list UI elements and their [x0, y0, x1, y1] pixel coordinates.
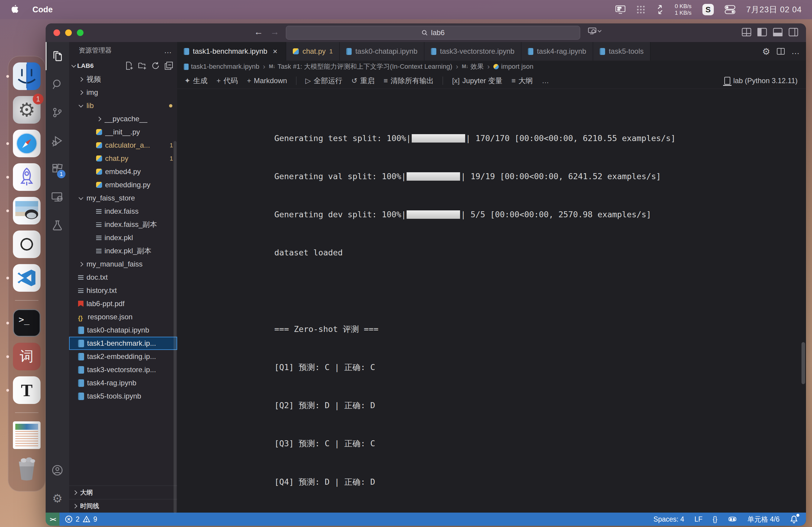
activity-account[interactable] [46, 456, 69, 484]
dock-item-vscode[interactable] [13, 264, 41, 292]
close-window-button[interactable] [54, 29, 60, 36]
tree-item[interactable]: 视频 [69, 73, 177, 86]
dock-item-terminal[interactable]: >_ [13, 309, 41, 337]
tree-item[interactable]: task4-rag.ipynb [69, 376, 177, 390]
sidebar-more-actions[interactable]: … [164, 46, 172, 55]
navigate-forward-button[interactable]: → [270, 27, 279, 37]
cell-indicator[interactable]: 单元格 4/6 [748, 515, 780, 524]
toolbar-button[interactable]: ✦ 生成 [184, 76, 207, 86]
tree-item[interactable]: lib [69, 99, 177, 112]
toolbar-button[interactable]: ▷ 全部运行 [305, 76, 342, 86]
toggle-panel-icon[interactable] [773, 28, 783, 36]
problems-status[interactable]: 2 9 [59, 515, 97, 523]
control-center-icon[interactable] [725, 5, 736, 14]
kernel-picker[interactable]: lab (Python 3.12.11) [724, 77, 806, 85]
apple-logo-icon[interactable] [10, 4, 19, 15]
tree-item[interactable]: task0-chatapi.ipynb [69, 323, 177, 337]
tree-item[interactable]: history.txt [69, 284, 177, 297]
split-editor-icon[interactable] [777, 48, 785, 55]
collapse-all-icon[interactable] [164, 61, 173, 70]
breadcrumb-item[interactable]: task1-benchmark.ipynb [184, 62, 265, 71]
dock-item-dictionary[interactable]: 词 [13, 343, 41, 370]
customize-layout-icon[interactable] [742, 28, 751, 36]
dock-item-rocket-app[interactable] [13, 163, 41, 191]
tree-item[interactable]: index.faiss [69, 205, 177, 218]
toolbar-button[interactable]: … [542, 77, 552, 85]
toolbar-button[interactable]: [x] Jupyter 变量 [452, 76, 503, 86]
editor-tab[interactable]: task1-benchmark.ipynb [177, 42, 286, 61]
dock-item-safari[interactable] [13, 130, 41, 157]
tree-item[interactable]: task2-embedding.ip... [69, 350, 177, 363]
screen-mirroring-icon[interactable] [615, 5, 625, 14]
toolbar-button[interactable]: + Markdown [247, 77, 287, 85]
indentation-status[interactable]: Spaces: 4 [653, 515, 684, 523]
toggle-secondary-sidebar-icon[interactable] [788, 28, 798, 36]
dock-item-chatgpt[interactable] [13, 230, 41, 258]
notifications-bell[interactable] [790, 515, 798, 523]
tree-item[interactable]: __init__.py [69, 125, 177, 139]
tree-item[interactable]: __pycache__ [69, 112, 177, 125]
remote-indicator-icon[interactable] [588, 27, 601, 34]
breadcrumb-item[interactable]: import json [493, 63, 534, 71]
activity-explorer[interactable] [46, 42, 69, 70]
activity-source-control[interactable] [46, 99, 69, 127]
tree-item[interactable]: embed4.py [69, 165, 177, 178]
activity-settings[interactable]: ⚙ [46, 484, 69, 513]
dock-item-finder[interactable] [13, 62, 41, 90]
dock-item-document[interactable] [13, 421, 41, 449]
editor-tab[interactable]: task3-vectorstore.ipynb [424, 42, 521, 61]
tree-item[interactable]: index.pkl [69, 231, 177, 244]
toolbar-button[interactable]: + 代码 [217, 76, 238, 86]
menu-clock[interactable]: 7月23日 02 04 [746, 4, 802, 15]
tree-item[interactable]: my_faiss_store [69, 192, 177, 205]
command-center-search[interactable]: lab6 [286, 26, 580, 40]
toolbar-button[interactable]: ≡ 大纲 [511, 76, 533, 86]
close-tab-button[interactable] [271, 47, 279, 56]
activity-search[interactable] [46, 70, 69, 99]
tree-item[interactable]: calculator_a... 1 [69, 139, 177, 152]
activity-testing[interactable] [46, 211, 69, 240]
eol-status[interactable]: LF [694, 515, 702, 523]
menu-app-name[interactable]: Code [32, 5, 53, 14]
tree-item[interactable]: embedding.py [69, 178, 177, 192]
dock-item-preview[interactable] [13, 197, 41, 225]
activity-extensions[interactable]: 1 [46, 155, 69, 183]
tree-item[interactable]: response.json [69, 310, 177, 323]
tree-item[interactable]: task3-vectorstore.ip... [69, 363, 177, 376]
editor-tab[interactable]: task0-chatapi.ipynb [339, 42, 424, 61]
editor-tab[interactable]: chat.py 1 [286, 42, 339, 61]
refresh-icon[interactable] [151, 61, 160, 70]
maximize-window-button[interactable] [77, 29, 84, 36]
dock-item-settings[interactable]: ⚙ 1 [13, 96, 41, 124]
input-grid-icon[interactable] [636, 5, 646, 14]
new-folder-icon[interactable] [138, 61, 147, 70]
breadcrumb-item[interactable]: M↓ 效果 [462, 62, 490, 71]
tree-item[interactable]: chat.py 1 [69, 152, 177, 165]
tree-item[interactable]: lab6-ppt.pdf [69, 297, 177, 310]
toggle-sidebar-icon[interactable] [757, 28, 767, 36]
tree-item[interactable]: index.faiss_副本 [69, 218, 177, 231]
copilot-icon[interactable] [728, 515, 737, 523]
breadcrumb-item[interactable]: M↓ Task #1: 大模型能力评测和上下文学习(In-Context Lea… [269, 62, 458, 71]
tree-item[interactable]: my_manual_faiss [69, 257, 177, 271]
dock-item-trash[interactable] [13, 455, 41, 483]
editor-scrollbar[interactable] [801, 342, 805, 384]
tree-item[interactable]: task5-tools.ipynb [69, 390, 177, 403]
editor-tab[interactable]: task5-tools [593, 42, 650, 61]
s-app-menu-icon[interactable]: S [702, 4, 714, 15]
minimize-window-button[interactable] [65, 29, 72, 36]
gear-icon[interactable]: ⚙ [762, 46, 770, 57]
editor-tab[interactable]: task4-rag.ipynb [521, 42, 593, 61]
outline-panel-header[interactable]: 大纲 [69, 486, 177, 499]
more-actions-icon[interactable]: … [791, 46, 800, 56]
toolbar-button[interactable]: ↺ 重启 [351, 76, 375, 86]
activity-remote-explorer[interactable] [46, 183, 69, 211]
dock-item-text-editor-app[interactable]: T [13, 376, 41, 404]
workspace-section-header[interactable]: LAB6 [69, 59, 177, 73]
activity-run-debug[interactable] [46, 127, 69, 155]
remote-status-button[interactable]: >< [46, 513, 59, 526]
language-mode-status[interactable]: {} [713, 515, 717, 523]
navigate-back-button[interactable]: ← [254, 27, 263, 37]
tree-item[interactable]: doc.txt [69, 271, 177, 284]
network-arrows-icon[interactable] [656, 5, 664, 14]
